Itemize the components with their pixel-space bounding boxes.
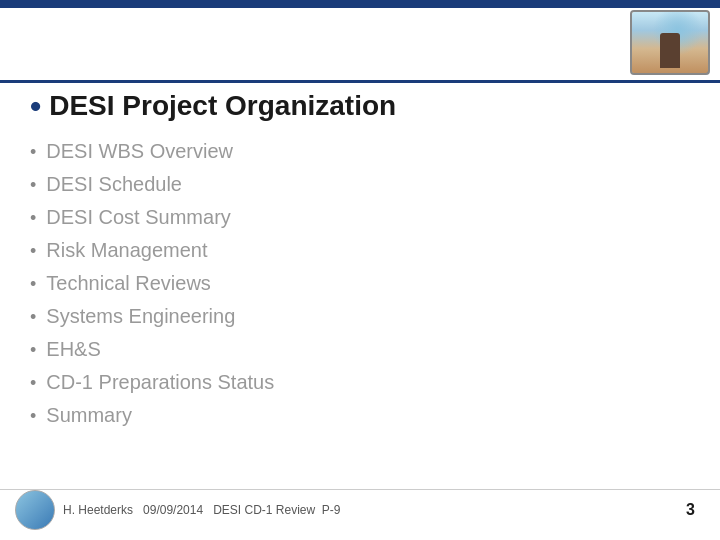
item-label: Technical Reviews: [46, 272, 211, 295]
footer-left: H. Heetderks 09/09/2014 DESI CD-1 Review…: [15, 490, 341, 530]
author-text: H. Heetderks: [63, 503, 133, 517]
item-label: EH&S: [46, 338, 100, 361]
item-label: Summary: [46, 404, 132, 427]
review-label: DESI CD-1 Review: [213, 503, 315, 517]
list-item: • EH&S: [30, 338, 610, 361]
bullet-icon: •: [30, 275, 36, 293]
bullet-icon: •: [30, 308, 36, 326]
item-label: CD-1 Preparations Status: [46, 371, 274, 394]
list-item: • Risk Management: [30, 239, 610, 262]
list-item: • Technical Reviews: [30, 272, 610, 295]
bullet-icon: •: [30, 176, 36, 194]
bullet-icon: •: [30, 143, 36, 161]
item-label: Risk Management: [46, 239, 207, 262]
list-item: • DESI Schedule: [30, 173, 610, 196]
accent-line: [0, 80, 720, 83]
bullet-icon: •: [30, 209, 36, 227]
logo-area: [630, 10, 710, 75]
item-label: Systems Engineering: [46, 305, 235, 328]
sub-items-list: • DESI WBS Overview • DESI Schedule • DE…: [30, 140, 610, 427]
top-bar: [0, 0, 720, 8]
list-item: • DESI WBS Overview: [30, 140, 610, 163]
main-bullet: •: [30, 90, 41, 122]
main-heading: • DESI Project Organization: [30, 90, 610, 122]
bullet-icon: •: [30, 407, 36, 425]
item-label: DESI Cost Summary: [46, 206, 230, 229]
date-text: 09/09/2014: [143, 503, 203, 517]
page-number: 3: [686, 501, 705, 519]
list-item: • CD-1 Preparations Status: [30, 371, 610, 394]
bullet-icon: •: [30, 341, 36, 359]
bullet-icon: •: [30, 242, 36, 260]
list-item: • DESI Cost Summary: [30, 206, 610, 229]
footer-author: H. Heetderks 09/09/2014 DESI CD-1 Review…: [63, 503, 341, 517]
logo-image: [632, 12, 708, 73]
list-item: • Systems Engineering: [30, 305, 610, 328]
page-label: P-9: [322, 503, 341, 517]
logo-figure: [660, 33, 680, 68]
list-item: • Summary: [30, 404, 610, 427]
footer-logo-icon: [15, 490, 55, 530]
content-area: • DESI Project Organization • DESI WBS O…: [30, 90, 610, 437]
item-label: DESI WBS Overview: [46, 140, 233, 163]
slide: • DESI Project Organization • DESI WBS O…: [0, 0, 720, 540]
item-label: DESI Schedule: [46, 173, 182, 196]
bullet-icon: •: [30, 374, 36, 392]
main-heading-text: DESI Project Organization: [49, 90, 396, 122]
footer: H. Heetderks 09/09/2014 DESI CD-1 Review…: [0, 489, 720, 530]
